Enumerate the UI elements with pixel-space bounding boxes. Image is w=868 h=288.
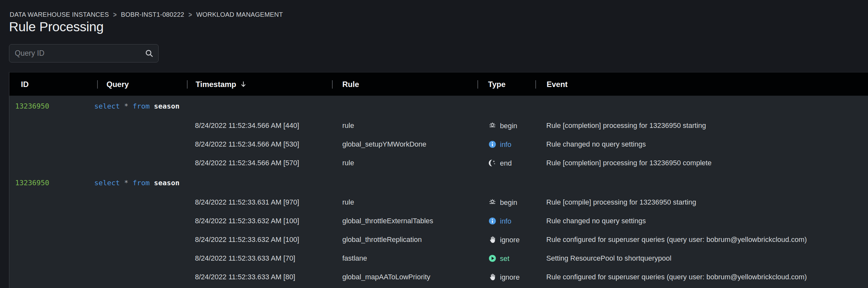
- event-text: Rule configured for superuser queries (q…: [546, 235, 807, 244]
- event-type-label: begin: [500, 198, 517, 206]
- rule-name: global_setupYMWorkDone: [342, 140, 426, 148]
- sql-token-operator: *: [120, 102, 128, 110]
- rule-event-row: 8/24/2022 11:52:33.632 AM [100]global_th…: [9, 212, 868, 230]
- play-circle-icon: [488, 254, 497, 263]
- column-header-rule[interactable]: Rule: [342, 73, 359, 96]
- event-type-label: set: [500, 254, 509, 263]
- sql-token-identifier: season: [150, 102, 180, 110]
- moon-sparkles-icon: [488, 159, 497, 168]
- column-header-type[interactable]: Type: [488, 73, 505, 96]
- rule-processing-table: ID Query Timestamp Rule Type Event 13236…: [9, 72, 868, 288]
- timestamp-value: 8/24/2022 11:52:33.632 AM [100]: [195, 235, 299, 244]
- query-group-row: 13236950select * from season: [9, 172, 868, 193]
- event-type: end: [488, 159, 512, 168]
- event-type-label: ignore: [500, 273, 520, 281]
- rule-event-row: 8/24/2022 11:52:33.632 AM [100]global_th…: [9, 230, 868, 249]
- event-text: Rule changed no query settings: [546, 217, 646, 225]
- table-body: 13236950select * from season8/24/2022 11…: [9, 96, 868, 288]
- search-icon[interactable]: [144, 48, 154, 58]
- raised-hand-icon: [488, 273, 497, 282]
- query-sql: select * from season: [94, 179, 180, 187]
- event-type: begin: [488, 121, 517, 130]
- column-divider: [187, 80, 188, 89]
- column-header-timestamp[interactable]: Timestamp: [196, 73, 247, 96]
- breadcrumb-item-workload-management[interactable]: WORKLOAD MANAGEMENT: [196, 11, 283, 18]
- sunrise-icon: [488, 198, 497, 207]
- chevron-right-icon: >: [189, 11, 192, 19]
- timestamp-value: 8/24/2022 11:52:34.566 AM [440]: [195, 121, 299, 130]
- rule-name: global_mapAAToLowPriority: [342, 273, 430, 281]
- info-circle-icon: [488, 217, 497, 226]
- event-type-label: ignore: [500, 235, 520, 244]
- page-title: Rule Processing: [9, 19, 103, 34]
- breadcrumb-item-instance[interactable]: BOBR-INST1-080222: [121, 11, 184, 18]
- column-header-id[interactable]: ID: [21, 73, 29, 96]
- column-divider: [535, 80, 536, 89]
- breadcrumb: DATA WAREHOUSE INSTANCES > BOBR-INST1-08…: [10, 11, 283, 18]
- column-header-timestamp-label: Timestamp: [196, 80, 236, 89]
- sql-token-keyword: select: [94, 179, 120, 187]
- query-group-row: 13236950select * from season: [9, 96, 868, 116]
- timestamp-value: 8/24/2022 11:52:34.566 AM [570]: [195, 159, 299, 167]
- sql-token-keyword: from: [128, 102, 150, 110]
- event-text: Rule [completion] processing for 1323695…: [546, 159, 712, 167]
- query-sql: select * from season: [94, 102, 180, 110]
- event-type: ignore: [488, 273, 520, 282]
- rule-name: global_throttleExternalTables: [342, 217, 433, 225]
- query-id-link[interactable]: 13236950: [15, 179, 49, 187]
- column-divider: [97, 80, 98, 89]
- rule-name: fastlane: [342, 254, 367, 263]
- column-divider: [332, 80, 333, 89]
- rule-name: rule: [342, 159, 354, 167]
- column-header-query[interactable]: Query: [106, 73, 129, 96]
- table-header: ID Query Timestamp Rule Type Event: [9, 72, 868, 96]
- event-type: set: [488, 254, 509, 263]
- rule-event-row: 8/24/2022 11:52:33.633 AM [70]fastlanese…: [9, 249, 868, 268]
- rule-event-row: 8/24/2022 11:52:33.633 AM [80]global_map…: [9, 268, 868, 286]
- event-text: Rule [compile] processing for 13236950 s…: [546, 198, 696, 206]
- sort-desc-icon[interactable]: [239, 80, 247, 88]
- column-divider: [477, 80, 478, 89]
- event-text: Rule changed no query settings: [546, 140, 646, 148]
- event-type-label: end: [500, 159, 512, 167]
- rule-event-row: 8/24/2022 11:52:33.631 AM [970]rulebegin…: [9, 193, 868, 212]
- breadcrumb-item-data-warehouse-instances[interactable]: DATA WAREHOUSE INSTANCES: [10, 11, 109, 18]
- chevron-right-icon: >: [113, 11, 117, 19]
- rule-name: rule: [342, 198, 354, 206]
- sql-token-keyword: select: [94, 102, 120, 110]
- rule-event-row: 8/24/2022 11:52:34.566 AM [570]ruleendRu…: [9, 154, 868, 172]
- sunrise-icon: [488, 121, 497, 130]
- raised-hand-icon: [488, 235, 497, 244]
- sql-token-identifier: season: [150, 179, 180, 187]
- timestamp-value: 8/24/2022 11:52:33.632 AM [100]: [195, 217, 299, 225]
- rule-event-row: 8/24/2022 11:52:34.566 AM [440]rulebegin…: [9, 116, 868, 135]
- query-id-link[interactable]: 13236950: [15, 102, 49, 110]
- column-header-event[interactable]: Event: [547, 73, 567, 96]
- sql-token-keyword: from: [128, 179, 150, 187]
- query-id-searchbox: [9, 44, 159, 62]
- event-type-label: info: [500, 140, 511, 148]
- timestamp-value: 8/24/2022 11:52:33.633 AM [70]: [195, 254, 295, 263]
- timestamp-value: 8/24/2022 11:52:33.633 AM [80]: [195, 273, 295, 281]
- timestamp-value: 8/24/2022 11:52:33.631 AM [970]: [195, 198, 299, 206]
- rule-name: rule: [342, 121, 354, 130]
- event-type-label: info: [500, 217, 511, 225]
- event-text: Rule configured for superuser queries (q…: [546, 273, 807, 281]
- rule-event-row: 8/24/2022 11:52:34.566 AM [530]global_se…: [9, 135, 868, 154]
- event-text: Rule [completion] processing for 1323695…: [546, 121, 706, 130]
- event-text: Setting ResourcePool to shortquerypool: [546, 254, 672, 263]
- search-input[interactable]: [9, 49, 144, 58]
- sql-token-operator: *: [120, 179, 128, 187]
- rule-name: global_throttleReplication: [342, 235, 422, 244]
- event-type-label: begin: [500, 121, 517, 130]
- event-type: begin: [488, 198, 517, 207]
- timestamp-value: 8/24/2022 11:52:34.566 AM [530]: [195, 140, 299, 148]
- event-type: info: [488, 217, 511, 226]
- info-circle-icon: [488, 140, 497, 149]
- event-type: info: [488, 140, 511, 149]
- event-type: ignore: [488, 235, 520, 244]
